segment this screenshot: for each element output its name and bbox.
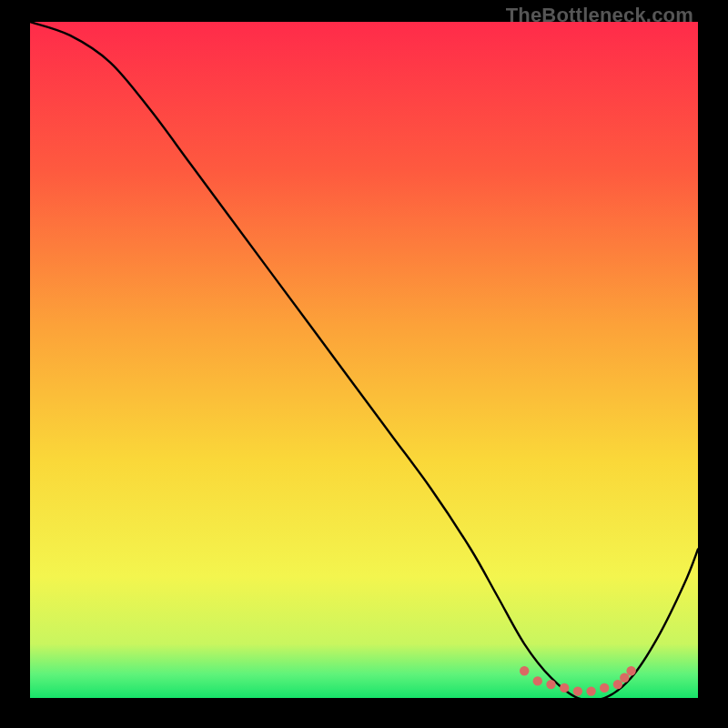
bottleneck-curve	[30, 22, 698, 698]
optimal-range-dot	[600, 683, 609, 693]
optimal-range-dot	[613, 680, 622, 689]
optimal-range-dot	[546, 680, 555, 689]
optimal-range-dot	[560, 683, 569, 693]
optimal-range-dot	[520, 666, 529, 675]
chart-curve-layer	[30, 22, 698, 698]
optimal-range-dot	[586, 686, 595, 695]
chart-plot-area	[30, 22, 698, 698]
watermark-text: TheBottleneck.com	[506, 4, 693, 27]
optimal-range-dot	[573, 686, 582, 695]
optimal-range-dot	[626, 666, 635, 675]
optimal-range-dots	[520, 666, 636, 696]
optimal-range-dot	[620, 673, 629, 682]
optimal-range-dot	[533, 676, 542, 685]
